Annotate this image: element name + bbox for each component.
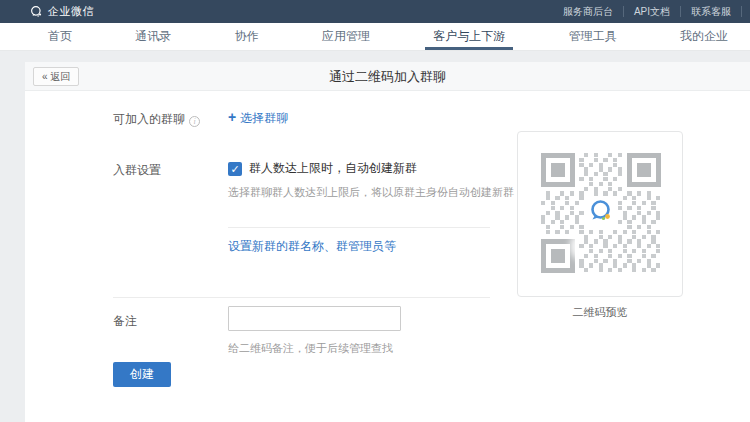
qr-module bbox=[589, 182, 593, 186]
qr-module bbox=[656, 263, 660, 267]
qr-module bbox=[565, 215, 569, 219]
qr-module bbox=[594, 172, 598, 176]
qr-module bbox=[647, 259, 651, 263]
join-settings-label: 入群设置 bbox=[113, 162, 161, 179]
remark-input[interactable] bbox=[228, 306, 401, 331]
qr-module bbox=[555, 215, 559, 219]
qr-code bbox=[541, 153, 661, 273]
nav-tab-app-management[interactable]: 应用管理 bbox=[314, 23, 378, 50]
qr-module bbox=[618, 206, 622, 210]
qr-module bbox=[570, 206, 574, 210]
qr-module bbox=[623, 215, 627, 219]
new-group-settings-link[interactable]: 设置新群的群名称、群管理员等 bbox=[228, 238, 396, 255]
qr-module bbox=[584, 167, 588, 171]
qr-module bbox=[599, 182, 603, 186]
qr-module bbox=[608, 187, 612, 191]
qr-module bbox=[647, 196, 651, 200]
qr-module bbox=[551, 201, 555, 205]
qr-module bbox=[632, 196, 636, 200]
qr-module bbox=[594, 191, 598, 195]
qr-module bbox=[642, 220, 646, 224]
qr-module bbox=[632, 201, 636, 205]
qr-module bbox=[599, 230, 603, 234]
api-docs-link[interactable]: API文档 bbox=[624, 6, 681, 17]
qr-module bbox=[546, 211, 550, 215]
qr-module bbox=[637, 211, 641, 215]
join-settings-helper: 选择群聊群人数达到上限后，将以原群主身份自动创建新群 bbox=[228, 185, 514, 200]
info-icon[interactable]: i bbox=[189, 116, 200, 127]
remark-helper: 给二维码备注，便于后续管理查找 bbox=[228, 341, 393, 356]
qr-module bbox=[579, 191, 583, 195]
qr-module bbox=[551, 206, 555, 210]
qr-module bbox=[647, 263, 651, 267]
qr-module bbox=[555, 196, 559, 200]
qr-module bbox=[637, 259, 641, 263]
qr-module bbox=[651, 239, 655, 243]
qr-module bbox=[608, 268, 612, 272]
qr-module bbox=[584, 172, 588, 176]
qr-module bbox=[541, 201, 545, 205]
qr-module bbox=[647, 230, 651, 234]
qr-module bbox=[560, 191, 564, 195]
nav-tab-management-tools[interactable]: 管理工具 bbox=[561, 23, 625, 50]
nav-tab-collaboration[interactable]: 协作 bbox=[227, 23, 267, 50]
qr-module bbox=[579, 177, 583, 181]
topbar: 企业微信 服务商后台 API文档 联系客服 bbox=[0, 0, 750, 23]
qr-module bbox=[642, 201, 646, 205]
auto-create-group-label: 群人数达上限时，自动创建新群 bbox=[249, 160, 417, 177]
qr-module bbox=[546, 191, 550, 195]
qr-module bbox=[642, 235, 646, 239]
qr-module bbox=[579, 244, 583, 248]
brand-logo[interactable]: 企业微信 bbox=[30, 4, 94, 19]
main-nav: 首页 通讯录 协作 应用管理 客户与上下游 管理工具 我的企业 bbox=[0, 23, 750, 51]
qr-module bbox=[618, 254, 622, 258]
qr-module bbox=[618, 239, 622, 243]
qr-module bbox=[613, 244, 617, 248]
page-title: 通过二维码加入群聊 bbox=[25, 62, 750, 91]
contact-support-link[interactable]: 联系客服 bbox=[681, 6, 742, 17]
qr-module bbox=[651, 206, 655, 210]
qr-module bbox=[627, 259, 631, 263]
checkbox-checked[interactable]: ✓ bbox=[228, 162, 242, 176]
qr-module bbox=[599, 167, 603, 171]
nav-tab-home[interactable]: 首页 bbox=[40, 23, 80, 50]
qr-module bbox=[584, 235, 588, 239]
qr-module bbox=[589, 177, 593, 181]
qr-module bbox=[565, 196, 569, 200]
provider-console-link[interactable]: 服务商后台 bbox=[553, 6, 624, 17]
qr-module bbox=[603, 177, 607, 181]
select-group-link[interactable]: +选择群聊 bbox=[228, 109, 288, 127]
nav-tab-contacts[interactable]: 通讯录 bbox=[127, 23, 179, 50]
qr-module bbox=[618, 167, 622, 171]
qr-module bbox=[584, 239, 588, 243]
qr-module bbox=[608, 153, 612, 157]
qr-module bbox=[656, 211, 660, 215]
qr-module bbox=[575, 215, 579, 219]
qr-module bbox=[618, 220, 622, 224]
divider bbox=[228, 227, 490, 228]
qr-module bbox=[560, 206, 564, 210]
topbar-links: 服务商后台 API文档 联系客服 bbox=[553, 0, 742, 23]
qr-module bbox=[603, 158, 607, 162]
qr-module bbox=[589, 163, 593, 167]
wecom-logo-icon bbox=[587, 197, 615, 225]
joinable-group-label: 可加入的群聊i bbox=[113, 111, 200, 128]
qr-module bbox=[623, 230, 627, 234]
qr-module bbox=[656, 244, 660, 248]
auto-create-group-checkbox-row[interactable]: ✓ 群人数达上限时，自动创建新群 bbox=[228, 160, 417, 177]
qr-module bbox=[584, 153, 588, 157]
qr-module bbox=[618, 201, 622, 205]
nav-tab-my-company[interactable]: 我的企业 bbox=[672, 23, 736, 50]
qr-module bbox=[651, 268, 655, 272]
qr-module bbox=[560, 220, 564, 224]
qr-module bbox=[579, 211, 583, 215]
qr-module bbox=[613, 230, 617, 234]
create-button[interactable]: 创建 bbox=[113, 362, 171, 387]
qr-module bbox=[589, 263, 593, 267]
qr-module bbox=[637, 244, 641, 248]
qr-finder-bottom-left bbox=[541, 239, 575, 273]
qr-module bbox=[579, 158, 583, 162]
nav-tab-customers[interactable]: 客户与上下游 bbox=[425, 23, 513, 50]
qr-module bbox=[627, 191, 631, 195]
qr-module bbox=[627, 225, 631, 229]
